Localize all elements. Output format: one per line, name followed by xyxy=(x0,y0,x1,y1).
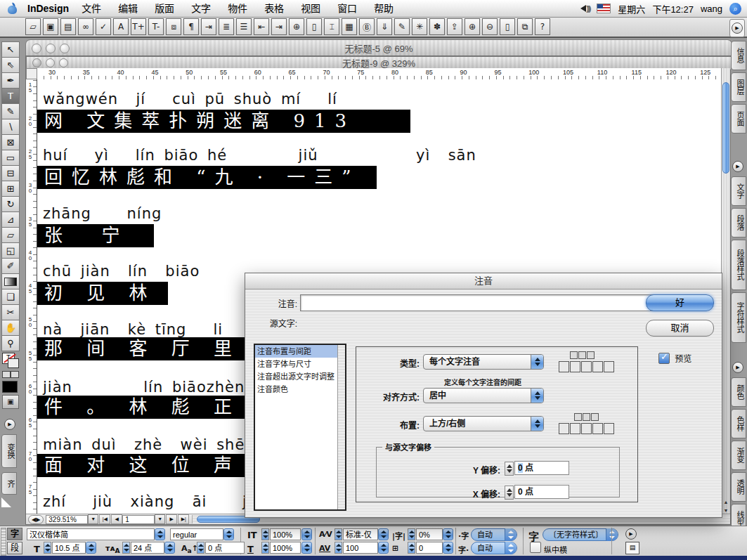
minimize-button[interactable] xyxy=(46,44,56,53)
open-button[interactable]: ▱ xyxy=(25,18,41,35)
kerning-stepper[interactable] xyxy=(334,528,342,540)
list-scrollbar[interactable] xyxy=(337,345,345,509)
close-button[interactable] xyxy=(32,44,41,53)
paragraph-palette-tab[interactable]: 段 xyxy=(7,542,22,554)
zoom-in-button[interactable]: ⊕ xyxy=(465,18,480,35)
kerning-field[interactable]: 标准-仅 xyxy=(343,528,378,540)
menu-user[interactable]: wang xyxy=(701,4,722,14)
zoom-dropdown-button[interactable]: ▼ xyxy=(88,514,98,524)
horizontal-grid-tool[interactable]: ⊟ xyxy=(1,165,20,181)
page-number-field[interactable]: 1 xyxy=(122,515,155,524)
palette-options-button[interactable]: ▤ xyxy=(625,542,639,554)
ruby-settings-list-item[interactable]: 注音颜色 xyxy=(255,383,345,396)
apply-color-swatch[interactable] xyxy=(2,381,18,393)
vertical-scale-stepper[interactable] xyxy=(261,528,269,540)
duplicate-document-button[interactable]: ⧉ xyxy=(517,18,533,35)
scissors-tool[interactable]: ✂ xyxy=(1,304,20,320)
cancel-button[interactable]: 取消 xyxy=(646,320,714,337)
selected-hanzi-text[interactable]: 回忆林彪和 “九 · 一三” xyxy=(37,166,377,189)
space-before-popup[interactable]: 自动 xyxy=(471,528,517,541)
side-panel-tab-0-0[interactable]: 信息 xyxy=(731,41,746,70)
leading-stepper[interactable] xyxy=(122,542,130,554)
menu-item-5[interactable]: 表格 xyxy=(256,0,292,17)
horizontal-scale-stepper[interactable] xyxy=(261,542,269,554)
ruby-settings-list[interactable]: 注音布置与间距注音字体与尺寸注音超出源文字时调整注音颜色 xyxy=(254,344,346,511)
text-frame-button[interactable]: ⌶ xyxy=(324,18,339,35)
palette-drag-handle[interactable] xyxy=(1,528,6,556)
zoom-level-field[interactable]: 329.51% xyxy=(46,515,88,524)
menu-item-3[interactable]: 文字 xyxy=(183,0,219,17)
grid-count-field[interactable]: 0 xyxy=(416,542,443,554)
menu-item-4[interactable]: 物件 xyxy=(219,0,256,17)
menu-clock-time[interactable]: 下午12:27 xyxy=(652,2,694,15)
font-style-dropdown[interactable] xyxy=(223,528,234,540)
tracking-dropdown[interactable] xyxy=(378,542,389,554)
menu-item-7[interactable]: 窗口 xyxy=(329,0,365,17)
package-button[interactable]: ⇪ xyxy=(447,18,462,35)
side-panel-tab-2-1[interactable]: 色样 xyxy=(731,409,746,438)
insert-pages-button[interactable]: ⊕ xyxy=(289,18,304,35)
tatechuyoko-checkbox[interactable] xyxy=(530,542,541,553)
kerning-dropdown[interactable] xyxy=(378,528,389,540)
y-offset-stepper[interactable] xyxy=(505,462,514,476)
baseline-shift-stepper[interactable] xyxy=(197,542,204,554)
proportional-spacing-dropdown[interactable] xyxy=(443,528,453,540)
direct-selection-tool[interactable]: ⇖ xyxy=(1,57,20,73)
align-popup[interactable]: 居中 xyxy=(423,388,544,403)
pinyin-line[interactable]: huí yì lín biāo hé jiǔ yì sān xyxy=(43,147,476,164)
side-panel-tab-2-2[interactable]: 渐变 xyxy=(731,441,746,470)
zoom-button[interactable] xyxy=(60,44,70,53)
stroke-swatch[interactable] xyxy=(8,358,19,368)
close-button[interactable] xyxy=(32,58,41,67)
proportional-spacing-field[interactable]: 0% xyxy=(416,528,443,540)
side-panel-tab-2-0[interactable]: 颜色 xyxy=(731,377,746,407)
character-style-popup[interactable]: 〔无字符样式〕 xyxy=(543,528,618,541)
side-panel-tab-0-2[interactable]: 页面 xyxy=(731,104,746,134)
menu-item-0[interactable]: 文件 xyxy=(73,0,110,17)
tracking-stepper[interactable] xyxy=(334,542,342,554)
eyedropper-tool[interactable]: ✐ xyxy=(1,258,20,274)
font-button[interactable]: A xyxy=(113,18,129,35)
placement-popup[interactable]: 上方/右侧 xyxy=(423,416,544,431)
font-family-dropdown[interactable] xyxy=(155,528,165,540)
minimize-button[interactable] xyxy=(46,58,55,67)
font-size-field[interactable]: 10.5 点 xyxy=(52,542,86,554)
preview-checkbox[interactable] xyxy=(658,353,670,364)
proportional-spacing-stepper[interactable] xyxy=(408,528,415,540)
docked-tab-1[interactable]: 齐 xyxy=(1,472,17,495)
paragraph-marks-button[interactable]: ¶ xyxy=(183,18,199,35)
flower-button[interactable]: ✽ xyxy=(429,18,445,35)
help-button[interactable]: ? xyxy=(535,18,550,35)
side-panel-tab-1-2[interactable]: 段落样式 xyxy=(731,240,746,290)
vertical-scale-dropdown[interactable] xyxy=(301,528,312,540)
formatting-affects-text-icon[interactable] xyxy=(2,371,11,378)
menu-item-1[interactable]: 编辑 xyxy=(110,0,146,17)
menu-item-6[interactable]: 视图 xyxy=(292,0,329,17)
scale-tool[interactable]: ⊿ xyxy=(1,211,20,228)
ok-button[interactable]: 好 xyxy=(646,294,714,311)
leading-dropdown[interactable] xyxy=(164,542,175,554)
story-direction-button[interactable]: ⇥ xyxy=(201,18,216,35)
docked-panel-expand-button[interactable]: ▶ xyxy=(4,419,15,430)
decrease-indent-button[interactable]: ⇤ xyxy=(254,18,269,35)
page-button[interactable]: ▯ xyxy=(306,18,322,35)
free-transform-tool[interactable]: ◱ xyxy=(1,242,20,259)
pen-tool[interactable]: ✒ xyxy=(1,72,20,89)
brush-button[interactable]: ✎ xyxy=(394,18,410,35)
ruby-settings-list-item[interactable]: 注音字体与尺寸 xyxy=(255,358,345,370)
palette-menu-button[interactable]: ▶ xyxy=(625,528,637,540)
zoom-tool[interactable]: ⚲ xyxy=(1,335,20,351)
horizontal-scale-dropdown[interactable] xyxy=(301,542,312,554)
type-popup[interactable]: 每个文字注音 xyxy=(423,354,544,370)
font-style-field[interactable]: regular xyxy=(170,528,223,540)
pencil-tool[interactable]: ✎ xyxy=(1,103,20,119)
bulleted-list-button[interactable]: ≣ xyxy=(219,18,234,35)
rotate-tool[interactable]: ↻ xyxy=(1,196,20,212)
panel-group-expand-button[interactable]: ▶ xyxy=(732,362,743,373)
spellcheck-button[interactable]: ✓ xyxy=(96,18,111,35)
image-frame-button[interactable]: ▦ xyxy=(342,18,357,35)
selection-tool[interactable]: ↖ xyxy=(1,41,20,58)
frame-tool[interactable]: ⊠ xyxy=(1,134,20,150)
print-button[interactable]: ▤ xyxy=(60,18,76,35)
app-menu[interactable]: InDesign xyxy=(27,3,69,14)
